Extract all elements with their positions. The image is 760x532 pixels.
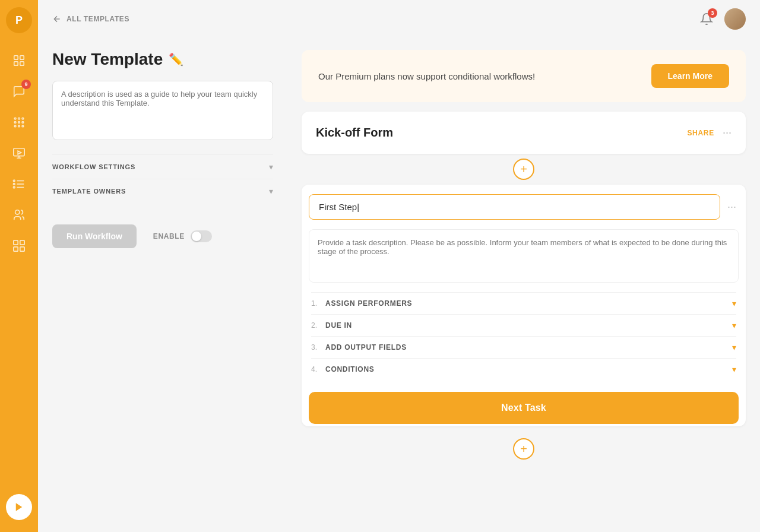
svg-point-7 (14, 122, 16, 124)
svg-point-18 (13, 180, 15, 182)
workflow-settings-arrow-icon: ▾ (269, 162, 273, 172)
left-panel: New Template ✏️ WORKFLOW SETTINGS ▾ TEMP… (38, 38, 287, 532)
kickoff-form-title: Kick-off Form (316, 126, 393, 140)
step-card: ··· 1. ASSIGN PERFORMERS ▾ 2. DUE IN ▾ (302, 185, 746, 426)
assign-performers-label: ASSIGN PERFORMERS (325, 299, 727, 308)
svg-point-8 (18, 122, 20, 124)
enable-label: ENABLE (153, 232, 185, 240)
avatar-image (724, 8, 746, 30)
workflow-settings-label: WORKFLOW SETTINGS (52, 163, 135, 170)
output-fields-num: 3. (311, 343, 321, 352)
description-textarea[interactable] (52, 81, 273, 140)
template-owners-row[interactable]: TEMPLATE OWNERS ▾ (52, 179, 273, 203)
svg-point-20 (13, 186, 15, 188)
svg-rect-23 (20, 240, 24, 245)
next-task-button[interactable]: Next Task (309, 392, 739, 424)
svg-point-19 (13, 183, 15, 185)
step-title-input[interactable] (309, 194, 720, 220)
due-in-row[interactable]: 2. DUE IN ▾ (311, 314, 736, 336)
svg-point-6 (22, 118, 24, 119)
sidebar-item-list[interactable] (6, 171, 32, 197)
conditions-label: CONDITIONS (325, 365, 727, 373)
output-fields-arrow-icon: ▾ (732, 343, 736, 352)
template-owners-label: TEMPLATE OWNERS (52, 188, 126, 195)
output-fields-label: ADD OUTPUT FIELDS (325, 343, 727, 352)
conditions-arrow-icon: ▾ (732, 365, 736, 374)
breadcrumb-label: ALL TEMPLATES (66, 15, 129, 23)
header-right: 3 (696, 8, 746, 30)
enable-row: ENABLE (153, 230, 212, 242)
assign-performers-row[interactable]: 1. ASSIGN PERFORMERS ▾ (311, 292, 736, 314)
avatar[interactable] (724, 8, 746, 30)
sidebar-bottom (6, 489, 32, 525)
step-description-textarea[interactable] (309, 229, 739, 283)
main-content: ALL TEMPLATES 3 New Template ✏️ WORKFLOW… (38, 0, 760, 532)
sidebar-item-messages[interactable]: 9 (6, 78, 32, 104)
due-in-num: 2. (311, 321, 321, 330)
svg-rect-3 (20, 62, 24, 65)
conditions-num: 4. (311, 365, 321, 373)
assign-performers-num: 1. (311, 299, 321, 308)
add-between-top: + (302, 159, 746, 180)
svg-rect-22 (14, 240, 18, 245)
back-arrow-icon (52, 14, 62, 24)
kickoff-form-header: Kick-off Form SHARE ··· (316, 126, 732, 140)
body-layout: New Template ✏️ WORKFLOW SETTINGS ▾ TEMP… (38, 38, 760, 532)
kickoff-more-button[interactable]: ··· (723, 126, 732, 139)
conditions-row[interactable]: 4. CONDITIONS ▾ (311, 358, 736, 380)
run-workflow-button[interactable]: Run Workflow (52, 224, 137, 248)
sidebar-logo[interactable]: P (6, 7, 32, 33)
sidebar-item-users[interactable] (6, 202, 32, 228)
svg-point-11 (18, 125, 20, 127)
page-title: New Template ✏️ (52, 50, 273, 69)
sidebar-play-button[interactable] (6, 494, 32, 520)
due-in-label: DUE IN (325, 321, 727, 330)
svg-rect-25 (20, 247, 24, 251)
workflow-settings-row[interactable]: WORKFLOW SETTINGS ▾ (52, 154, 273, 179)
svg-point-10 (14, 125, 16, 127)
page-title-text: New Template (52, 50, 163, 69)
svg-point-5 (18, 118, 20, 119)
enable-toggle[interactable] (191, 230, 212, 242)
template-owners-arrow-icon: ▾ (269, 186, 273, 196)
svg-point-21 (15, 210, 20, 214)
sidebar-item-media[interactable] (6, 140, 32, 166)
svg-rect-2 (14, 62, 18, 65)
assign-performers-arrow-icon: ▾ (732, 299, 736, 308)
sidebar-logo-letter: P (15, 14, 23, 27)
svg-rect-0 (14, 56, 18, 59)
share-button[interactable]: SHARE (687, 129, 714, 137)
svg-point-4 (14, 118, 16, 119)
breadcrumb[interactable]: ALL TEMPLATES (52, 14, 129, 24)
output-fields-row[interactable]: 3. ADD OUTPUT FIELDS ▾ (311, 336, 736, 358)
sidebar: P 9 (0, 0, 38, 532)
svg-rect-1 (20, 56, 24, 59)
premium-banner: Our Premium plans now support conditiona… (302, 50, 746, 102)
sidebar-item-settings[interactable] (6, 233, 32, 259)
notification-button[interactable]: 3 (696, 8, 717, 30)
step-sections: 1. ASSIGN PERFORMERS ▾ 2. DUE IN ▾ 3. AD… (302, 292, 746, 385)
right-panel: Our Premium plans now support conditiona… (287, 38, 760, 532)
next-task-container: Next Task (302, 385, 746, 426)
due-in-arrow-icon: ▾ (732, 321, 736, 330)
svg-point-9 (22, 122, 24, 124)
svg-rect-24 (14, 247, 18, 251)
step-more-icon[interactable]: ··· (727, 201, 736, 213)
svg-marker-26 (16, 503, 23, 511)
sidebar-item-grid[interactable] (6, 109, 32, 135)
step-header: ··· (302, 185, 746, 229)
add-step-bottom-button[interactable]: + (513, 438, 534, 460)
svg-marker-14 (18, 151, 21, 154)
header: ALL TEMPLATES 3 (38, 0, 760, 38)
add-between-bottom: + (302, 438, 746, 460)
kickoff-form-card: Kick-off Form SHARE ··· (302, 112, 746, 154)
card-actions: SHARE ··· (687, 126, 732, 139)
notification-badge: 3 (708, 8, 717, 18)
svg-point-12 (22, 125, 24, 127)
toggle-knob (192, 232, 201, 241)
learn-more-button[interactable]: Learn More (651, 64, 729, 88)
premium-text: Our Premium plans now support conditiona… (318, 71, 535, 81)
sidebar-item-dashboard[interactable] (6, 48, 32, 74)
edit-icon[interactable]: ✏️ (169, 52, 183, 66)
add-step-top-button[interactable]: + (513, 159, 534, 180)
